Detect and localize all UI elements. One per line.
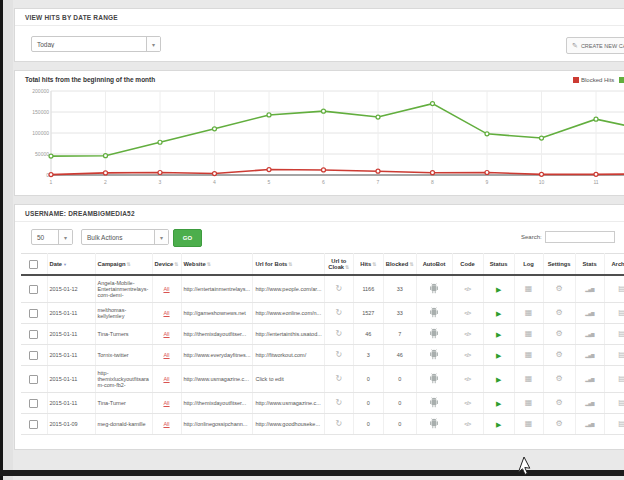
android-icon[interactable] (429, 424, 439, 430)
bulk-actions-select[interactable]: Bulk Actions ▾ (81, 229, 169, 245)
column-header-date[interactable]: Date▼ (47, 254, 95, 276)
gear-icon[interactable]: ⚙ (555, 419, 562, 428)
calendar-icon[interactable]: ▦ (525, 398, 533, 407)
calendar-icon[interactable]: ▦ (525, 284, 533, 293)
calendar-icon[interactable]: ▦ (525, 419, 533, 428)
column-header-website[interactable]: Website⇅ (181, 254, 253, 276)
table-row: 2015-01-11Tornix-twitterAllhttp://www.ev… (21, 345, 624, 366)
column-header-hits[interactable]: Hits⇅ (353, 254, 383, 276)
website-cell: http://www.everydayfitnes... (181, 345, 253, 366)
chart-icon[interactable]: ▂▄▆ (585, 287, 594, 292)
chart-icon[interactable]: ▂▄▆ (585, 311, 594, 316)
refresh-icon[interactable]: ↻ (335, 419, 342, 428)
chart-icon[interactable]: ▂▄▆ (585, 353, 594, 358)
archive-icon[interactable]: ▤ (618, 398, 624, 407)
range-select[interactable]: Today ▾ (31, 36, 161, 52)
column-header-url_cloak[interactable]: Url to Cloak⇅ (324, 254, 353, 276)
calendar-icon[interactable]: ▦ (525, 329, 533, 338)
chart-icon[interactable]: ▂▄▆ (585, 377, 594, 382)
device-link[interactable]: All (163, 352, 169, 358)
android-icon[interactable] (429, 403, 439, 409)
gear-icon[interactable]: ⚙ (555, 329, 562, 338)
column-header-campaign[interactable]: Campaign⇅ (95, 254, 152, 276)
column-label: Url for Bots (255, 261, 287, 267)
row-checkbox[interactable] (29, 399, 38, 408)
archive-icon[interactable]: ▤ (618, 350, 624, 359)
column-header-url_for_bots[interactable]: Url for Bots⇅ (253, 254, 324, 276)
refresh-icon[interactable]: ↻ (335, 350, 342, 359)
hits-cell: 3 (353, 345, 383, 366)
play-icon[interactable]: ▶ (496, 376, 501, 383)
column-header-device[interactable]: Device⇅ (152, 254, 181, 276)
refresh-icon[interactable]: ↻ (335, 284, 342, 293)
archive-icon[interactable]: ▤ (618, 308, 624, 317)
play-icon[interactable]: ▶ (496, 310, 501, 317)
archive-icon[interactable]: ▤ (618, 284, 624, 293)
play-icon[interactable]: ▶ (496, 400, 501, 407)
select-all-checkbox[interactable] (29, 260, 38, 269)
code-icon[interactable]: </> (464, 400, 470, 406)
code-icon[interactable]: </> (464, 331, 470, 337)
device-cell: All (152, 275, 181, 303)
svg-text:1: 1 (50, 179, 53, 185)
column-header-blocked[interactable]: Blocked⇅ (383, 254, 416, 276)
gear-icon[interactable]: ⚙ (555, 374, 562, 383)
refresh-icon[interactable]: ↻ (335, 398, 342, 407)
date-cell: 2015-01-11 (47, 345, 95, 366)
device-link[interactable]: All (163, 286, 169, 292)
row-checkbox[interactable] (29, 285, 38, 294)
gear-icon[interactable]: ⚙ (555, 284, 562, 293)
chart-icon[interactable]: ▂▄▆ (585, 422, 594, 427)
chart-icon[interactable]: ▂▄▆ (585, 401, 594, 406)
android-icon[interactable] (429, 334, 439, 340)
row-checkbox[interactable] (29, 351, 38, 360)
blocked-cell: 0 (383, 414, 416, 435)
refresh-icon[interactable]: ↻ (335, 329, 342, 338)
gear-icon[interactable]: ⚙ (555, 398, 562, 407)
url_for_bots-cell[interactable]: Click to edit (253, 366, 324, 393)
refresh-icon[interactable]: ↻ (335, 374, 342, 383)
play-icon[interactable]: ▶ (496, 352, 501, 359)
code-icon[interactable]: </> (464, 352, 470, 358)
gear-icon[interactable]: ⚙ (555, 350, 562, 359)
table-row: 2015-01-11Tina-TurnerAllhttp://themixday… (21, 393, 624, 414)
create-campaign-button[interactable]: ✎ CREATE NEW CAMPAIGN (566, 37, 624, 54)
row-checkbox[interactable] (29, 330, 38, 339)
refresh-icon[interactable]: ↻ (335, 308, 342, 317)
device-link[interactable]: All (163, 376, 169, 382)
archive-icon[interactable]: ▤ (618, 329, 624, 338)
code-icon[interactable]: </> (464, 310, 470, 316)
gear-icon[interactable]: ⚙ (555, 308, 562, 317)
calendar-icon[interactable]: ▦ (525, 308, 533, 317)
calendar-icon[interactable]: ▦ (525, 350, 533, 359)
play-icon[interactable]: ▶ (496, 286, 501, 293)
android-icon[interactable] (429, 313, 439, 319)
status-cell: ▶ (483, 393, 514, 414)
row-checkbox[interactable] (29, 309, 38, 318)
row-checkbox[interactable] (29, 375, 38, 384)
archive-icon[interactable]: ▤ (618, 419, 624, 428)
row-checkbox[interactable] (29, 420, 38, 429)
play-icon[interactable]: ▶ (496, 331, 501, 338)
device-link[interactable]: All (163, 400, 169, 406)
chart-icon[interactable]: ▂▄▆ (585, 332, 594, 337)
page-size-select[interactable]: 50 ▾ (31, 229, 73, 245)
android-icon[interactable] (429, 379, 439, 385)
code-icon[interactable]: </> (464, 286, 470, 292)
play-icon[interactable]: ▶ (496, 421, 501, 428)
code-icon[interactable]: </> (464, 421, 470, 427)
archive-icon[interactable]: ▤ (618, 374, 624, 383)
hits-cell: 1527 (353, 303, 383, 324)
android-icon[interactable] (429, 289, 439, 295)
device-link[interactable]: All (163, 331, 169, 337)
url_for_bots-cell: http://www.usmagazine.c... (253, 393, 324, 414)
code-icon[interactable]: </> (464, 376, 470, 382)
android-icon[interactable] (429, 355, 439, 361)
search-input[interactable] (545, 231, 615, 243)
status-cell: ▶ (483, 275, 514, 303)
calendar-icon[interactable]: ▦ (525, 374, 533, 383)
autobot-cell (416, 345, 452, 366)
device-link[interactable]: All (163, 421, 169, 427)
go-button[interactable]: GO (173, 229, 202, 247)
device-link[interactable]: All (163, 310, 169, 316)
